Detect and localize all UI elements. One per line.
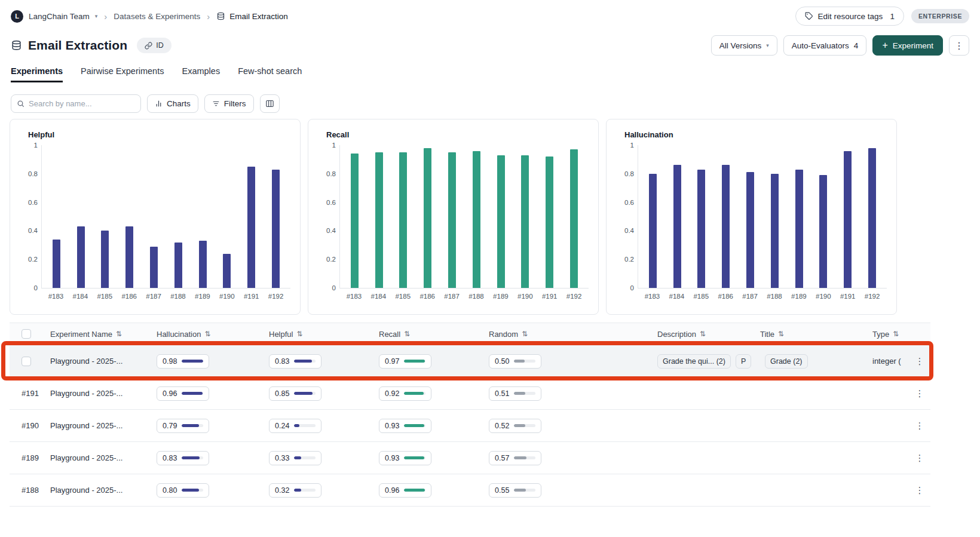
metric-bar-track — [294, 392, 316, 395]
experiment-name: Playground - 2025-... — [50, 357, 157, 366]
sort-icon[interactable]: ⇅ — [700, 330, 706, 338]
charts-row: Helpful00.20.40.60.81#183#184#185#186#18… — [10, 119, 980, 315]
metric-bar-track — [514, 360, 535, 363]
sort-icon[interactable]: ⇅ — [296, 330, 302, 338]
column-header-random[interactable]: Random⇅ — [489, 330, 657, 339]
x-axis-tick: #185 — [689, 293, 713, 300]
metric-value: 0.32 — [275, 486, 289, 495]
breadcrumb-current[interactable]: Email Extraction — [216, 12, 288, 21]
y-axis-tick: 0.2 — [624, 256, 634, 263]
charts-button[interactable]: Charts — [147, 94, 198, 113]
plus-icon: + — [882, 41, 887, 50]
tab-experiments[interactable]: Experiments — [11, 66, 63, 82]
row-menu-button[interactable]: ⋮ — [909, 485, 930, 496]
chart-bar — [473, 151, 480, 288]
tab-examples[interactable]: Examples — [182, 66, 220, 82]
search-input[interactable] — [29, 99, 135, 108]
sort-icon[interactable]: ⇅ — [116, 330, 122, 338]
x-axis-tick: #185 — [391, 293, 415, 300]
sort-icon[interactable]: ⇅ — [893, 330, 899, 338]
bar-slot — [513, 145, 538, 288]
chart-bar — [125, 226, 133, 288]
org-avatar[interactable]: L — [11, 10, 23, 23]
filter-icon — [212, 100, 220, 108]
columns-button[interactable] — [260, 94, 280, 113]
select-all-checkbox[interactable] — [22, 329, 31, 339]
metric-cell-helpful: 0.32 — [269, 483, 379, 498]
table-row[interactable]: #191Playground - 2025-...0.960.850.920.5… — [10, 378, 930, 410]
team-name[interactable]: LangChain Team — [29, 12, 90, 21]
filters-button[interactable]: Filters — [204, 94, 254, 113]
y-axis-tick: 0.6 — [326, 199, 336, 206]
table-row[interactable]: #189Playground - 2025-...0.830.330.930.5… — [10, 442, 930, 474]
row-checkbox[interactable] — [22, 357, 31, 366]
copy-id-button[interactable]: ID — [137, 38, 172, 53]
table-row[interactable]: #190Playground - 2025-...0.790.240.930.5… — [10, 410, 930, 442]
chart-bars — [42, 145, 290, 288]
metric-cell-helpful: 0.33 — [269, 451, 379, 465]
metric-cell-random: 0.57 — [489, 451, 657, 465]
chart-bar — [223, 254, 231, 288]
metric-pill-recall: 0.93 — [379, 419, 431, 433]
chart-card-helpful: Helpful00.20.40.60.81#183#184#185#186#18… — [10, 119, 301, 315]
new-experiment-button[interactable]: + Experiment — [872, 35, 943, 56]
chart-bar — [771, 174, 779, 288]
bar-slot — [562, 145, 586, 288]
tab-few-shot-search[interactable]: Few-shot search — [238, 66, 302, 82]
metric-value: 0.57 — [495, 454, 509, 462]
column-header-label: Experiment Name — [50, 330, 112, 339]
chevron-down-icon[interactable]: ▾ — [95, 13, 98, 19]
row-menu-button[interactable]: ⋮ — [909, 421, 930, 431]
sort-icon[interactable]: ⇅ — [204, 330, 210, 338]
metric-cell-recall: 0.96 — [379, 483, 489, 498]
bar-slot — [391, 145, 416, 288]
row-menu-button[interactable]: ⋮ — [909, 356, 930, 367]
column-header-recall[interactable]: Recall⇅ — [379, 330, 489, 339]
column-header-hallucination[interactable]: Hallucination⇅ — [157, 330, 269, 339]
chart-title: Recall — [326, 130, 589, 139]
metric-bar-track — [182, 456, 203, 459]
bar-slot — [811, 145, 836, 288]
bar-slot — [117, 145, 142, 288]
column-header-label: Helpful — [269, 330, 293, 339]
metric-value: 0.52 — [495, 422, 509, 430]
versions-dropdown[interactable]: All Versions ▾ — [711, 35, 777, 56]
bar-slot — [641, 145, 665, 288]
chart-bar — [795, 170, 803, 288]
kebab-icon: ⋮ — [915, 485, 924, 495]
row-menu-button[interactable]: ⋮ — [909, 388, 930, 399]
column-header-title[interactable]: Title⇅ — [760, 330, 872, 339]
metric-bar-fill — [404, 392, 424, 395]
x-axis-tick: #191 — [239, 293, 264, 300]
table-header-row: Experiment Name⇅Hallucination⇅Helpful⇅Re… — [10, 323, 930, 345]
breadcrumb-datasets[interactable]: Datasets & Experiments — [114, 12, 200, 21]
table-row[interactable]: #188Playground - 2025-...0.800.320.960.5… — [10, 474, 930, 507]
header-more-button[interactable]: ⋮ — [949, 35, 969, 56]
sort-icon[interactable]: ⇅ — [404, 330, 410, 338]
metric-bar-fill — [294, 424, 299, 427]
bar-slot — [464, 145, 489, 288]
kebab-icon: ⋮ — [915, 421, 924, 431]
sort-icon[interactable]: ⇅ — [522, 330, 528, 338]
metric-pill-helpful: 0.24 — [269, 419, 321, 433]
row-menu-button[interactable]: ⋮ — [909, 453, 930, 464]
column-header-description[interactable]: Description⇅ — [657, 330, 760, 339]
metric-bar-track — [514, 489, 535, 492]
x-axis-labels: #183#184#185#186#187#188#189#190#191#192 — [41, 293, 290, 300]
chart-plot-area: 00.20.40.60.81 — [638, 145, 887, 289]
y-axis-tick: 0.4 — [326, 227, 336, 234]
edit-resource-tags-button[interactable]: Edit resource tags 1 — [795, 7, 904, 26]
column-header-helpful[interactable]: Helpful⇅ — [269, 330, 379, 339]
metric-pill-hallucination: 0.96 — [157, 386, 209, 401]
chart-bar — [424, 148, 431, 288]
auto-evaluators-button[interactable]: Auto-Evaluators 4 — [783, 35, 867, 56]
sort-icon[interactable]: ⇅ — [778, 330, 784, 338]
column-header-type[interactable]: Type⇅ — [872, 330, 909, 339]
column-header-experiment-name[interactable]: Experiment Name⇅ — [50, 330, 157, 339]
table-row[interactable]: Playground - 2025-...0.980.830.970.50Gra… — [10, 345, 930, 378]
search-box[interactable] — [11, 94, 141, 113]
metric-cell-hallucination: 0.96 — [157, 386, 269, 401]
metric-bar-fill — [514, 360, 525, 363]
metric-bar-fill — [294, 456, 301, 459]
tab-pairwise-experiments[interactable]: Pairwise Experiments — [81, 66, 164, 82]
